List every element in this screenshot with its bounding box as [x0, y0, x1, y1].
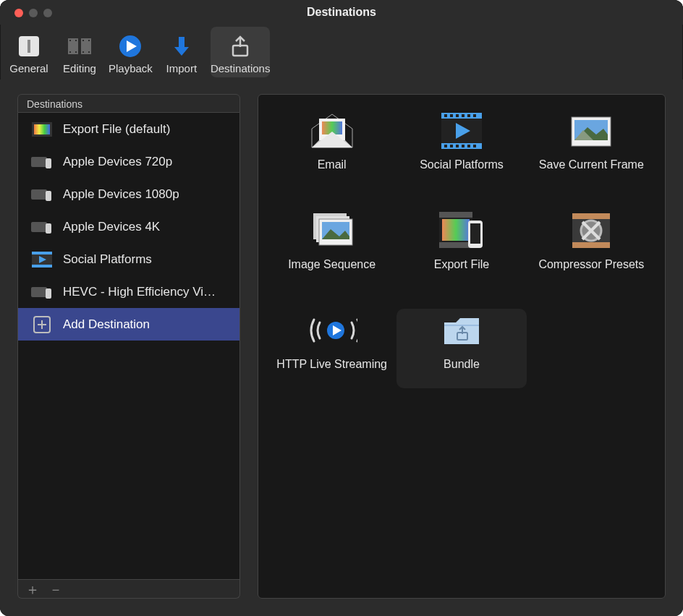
svg-rect-23: [46, 191, 51, 201]
svg-rect-51: [456, 145, 459, 147]
sidebar-item-1080p[interactable]: Apple Devices 1080p: [18, 178, 239, 210]
svg-rect-52: [462, 145, 464, 147]
dest-image-sequence[interactable]: Image Sequence: [267, 209, 396, 288]
toolbar-import[interactable]: Import: [160, 27, 203, 77]
dest-label: Export File: [434, 258, 489, 271]
svg-rect-1: [27, 40, 30, 53]
dest-social-platforms[interactable]: Social Platforms: [396, 109, 526, 189]
svg-rect-7: [75, 51, 77, 53]
toolbar-label: General: [9, 62, 48, 74]
toolbar-label: Playback: [109, 62, 153, 74]
svg-rect-47: [467, 114, 470, 117]
destination-detail: Email Social Platforms Save Current Fram…: [258, 94, 666, 599]
svg-rect-8: [82, 40, 84, 41]
toolbar-general[interactable]: General: [7, 27, 51, 77]
svg-rect-31: [46, 288, 51, 299]
dest-label: Email: [318, 158, 347, 171]
sidebar-item-label: Apple Devices 720p: [63, 155, 172, 169]
svg-rect-54: [473, 145, 476, 147]
devices-icon: [31, 284, 53, 300]
film-device-icon: [436, 209, 487, 252]
sidebar-item-label: Social Platforms: [63, 252, 152, 267]
dest-compressor-presets[interactable]: Compressor Presets: [527, 209, 656, 288]
content-area: Destinations Export File (default) Apple…: [0, 80, 683, 616]
svg-rect-25: [46, 223, 51, 234]
svg-rect-21: [46, 158, 51, 168]
prefs-general-icon: [16, 33, 42, 59]
svg-rect-53: [467, 145, 470, 147]
sidebar-item-label: Apple Devices 1080p: [63, 187, 179, 202]
devices-icon: [31, 219, 53, 235]
play-circle-icon: [117, 33, 143, 59]
svg-rect-5: [69, 51, 71, 53]
svg-rect-11: [88, 51, 90, 53]
dest-export-file[interactable]: Export File: [396, 209, 526, 288]
svg-rect-24: [31, 222, 47, 232]
toolbar-editing[interactable]: Editing: [58, 27, 101, 77]
remove-button[interactable]: －: [48, 582, 63, 596]
svg-rect-27: [32, 252, 52, 254]
compressor-icon: [566, 209, 616, 252]
sidebar-item-add-destination[interactable]: Add Destination: [18, 308, 239, 341]
svg-rect-44: [450, 114, 453, 117]
destination-grid: Email Social Platforms Save Current Fram…: [267, 109, 656, 388]
svg-rect-19: [34, 124, 50, 134]
svg-rect-68: [442, 219, 470, 241]
photo-stack-icon: [307, 209, 357, 252]
envelope-icon: [307, 109, 357, 153]
svg-rect-4: [69, 40, 71, 41]
preferences-window: Destinations General Editing Playback: [0, 0, 683, 616]
svg-rect-16: [233, 46, 247, 56]
svg-rect-48: [473, 114, 476, 117]
dest-email[interactable]: Email: [267, 109, 396, 189]
svg-rect-14: [179, 37, 184, 47]
svg-rect-10: [88, 40, 90, 41]
dest-label: Bundle: [444, 358, 480, 371]
share-icon: [227, 33, 253, 59]
film-play-large-icon: [436, 109, 487, 153]
sidebar-item-label: HEVC - High Efficiency Vi…: [63, 285, 216, 299]
devices-icon: [31, 187, 53, 202]
svg-rect-43: [444, 114, 447, 117]
svg-rect-67: [439, 242, 472, 248]
dest-label: Save Current Frame: [539, 158, 644, 171]
svg-rect-9: [82, 51, 84, 53]
dest-bundle[interactable]: Bundle: [396, 309, 526, 388]
svg-rect-49: [444, 145, 447, 147]
toolbar: General Editing Playback Import Destinat: [0, 25, 683, 80]
sidebar-header: Destinations: [17, 94, 240, 113]
sidebar: Destinations Export File (default) Apple…: [17, 94, 240, 599]
dest-http-live-streaming[interactable]: HTTP Live Streaming: [267, 309, 396, 388]
dest-save-current-frame[interactable]: Save Current Frame: [527, 109, 656, 189]
folder-share-icon: [436, 309, 487, 352]
toolbar-label: Import: [166, 62, 198, 74]
toolbar-label: Destinations: [211, 62, 271, 74]
svg-rect-30: [31, 287, 47, 297]
toolbar-playback[interactable]: Playback: [109, 27, 153, 77]
filmstrip-icon: [67, 33, 93, 59]
devices-icon: [31, 154, 53, 170]
svg-rect-70: [470, 223, 480, 244]
sidebar-item-4k[interactable]: Apple Devices 4K: [18, 210, 239, 243]
dest-label: Compressor Presets: [538, 258, 644, 271]
svg-rect-45: [456, 114, 459, 117]
sidebar-item-label: Apple Devices 4K: [63, 220, 160, 234]
sidebar-item-social[interactable]: Social Platforms: [18, 243, 239, 275]
svg-rect-22: [31, 189, 47, 200]
svg-rect-73: [572, 242, 610, 248]
svg-marker-15: [174, 47, 189, 56]
add-button[interactable]: ＋: [25, 582, 40, 596]
film-play-icon: [31, 252, 53, 268]
sidebar-item-export-file[interactable]: Export File (default): [18, 113, 239, 145]
sidebar-item-720p[interactable]: Apple Devices 720p: [18, 145, 239, 178]
frame-photo-icon: [566, 109, 616, 153]
toolbar-destinations[interactable]: Destinations: [211, 27, 271, 77]
plus-box-icon: [31, 317, 53, 333]
sidebar-item-label: Export File (default): [63, 122, 170, 137]
dest-label: Social Platforms: [420, 158, 504, 171]
broadcast-icon: [307, 309, 357, 352]
sidebar-item-hevc[interactable]: HEVC - High Efficiency Vi…: [18, 275, 239, 308]
svg-marker-39: [312, 132, 352, 147]
svg-rect-46: [462, 114, 464, 117]
toolbar-label: Editing: [63, 62, 96, 74]
